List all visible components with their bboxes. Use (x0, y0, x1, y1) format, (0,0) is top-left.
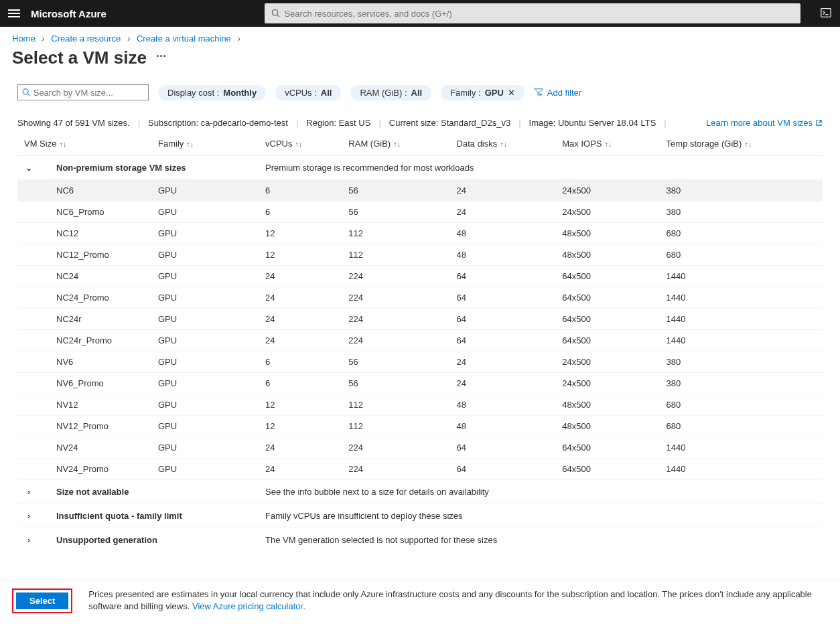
col-family[interactable]: Family↑↓ (151, 135, 259, 156)
subscription-label: Subscription: ca-pdecarlo-demo-test (148, 118, 288, 128)
chevron-right-icon[interactable]: › (24, 487, 33, 497)
table-row[interactable]: NC6GPU6562424x500380 (17, 180, 823, 202)
cell-ram: 224 (342, 287, 449, 309)
cell-family: GPU (151, 351, 259, 373)
sort-icon: ↑↓ (393, 140, 401, 148)
table-row[interactable]: NV6_PromoGPU6562424x500380 (17, 373, 823, 394)
cell-vcpus: 6 (259, 180, 342, 202)
table-row[interactable]: NC24_PromoGPU242246464x5001440 (17, 287, 823, 309)
cell-iops: 24x500 (555, 180, 659, 202)
col-max-iops[interactable]: Max IOPS↑↓ (555, 135, 659, 156)
learn-more-link[interactable]: Learn more about VM sizes (706, 118, 823, 128)
cell-vcpus: 24 (259, 330, 342, 351)
breadcrumb-create-vm[interactable]: Create a virtual machine (137, 33, 231, 44)
chevron-right-icon: › (127, 33, 130, 44)
cell-vcpus: 24 (259, 309, 342, 330)
cell-iops: 48x500 (555, 223, 659, 244)
select-button[interactable]: Select (16, 593, 68, 609)
global-search-input[interactable] (284, 9, 793, 19)
table-row[interactable]: NC24rGPU242246464x5001440 (17, 309, 823, 330)
cell-iops: 64x500 (555, 459, 659, 480)
cell-temp: 680 (660, 394, 823, 416)
external-link-icon (815, 119, 823, 127)
cell-family: GPU (151, 394, 259, 416)
group-non-premium[interactable]: ⌄Non-premium storage VM sizes Premium st… (17, 156, 823, 180)
group-desc: Family vCPUs are insufficient to deploy … (259, 504, 823, 528)
cell-iops: 64x500 (555, 309, 659, 330)
pricing-calculator-link[interactable]: View Azure pricing calculator. (192, 601, 305, 611)
global-search[interactable] (265, 3, 800, 23)
col-data-disks[interactable]: Data disks↑↓ (450, 135, 556, 156)
group-collapsed[interactable]: ›Size not availableSee the info bubble n… (17, 480, 823, 504)
chevron-right-icon[interactable]: › (24, 511, 33, 521)
group-collapsed[interactable]: ›Insufficient quota - family limitFamily… (17, 504, 823, 528)
cloud-shell-icon[interactable] (820, 7, 832, 21)
cell-iops: 24x500 (555, 373, 659, 394)
cell-temp: 680 (660, 416, 823, 437)
col-vcpus[interactable]: vCPUs↑↓ (259, 135, 342, 156)
add-filter-button[interactable]: Add filter (534, 88, 581, 98)
breadcrumb-home[interactable]: Home (12, 33, 36, 44)
cell-disks: 64 (450, 266, 556, 287)
col-temp-storage[interactable]: Temp storage (GiB)↑↓ (660, 135, 823, 156)
cell-temp: 380 (660, 202, 823, 223)
col-ram[interactable]: RAM (GiB)↑↓ (342, 135, 449, 156)
cell-temp: 1440 (660, 330, 823, 351)
table-row[interactable]: NC12_PromoGPU121124848x500680 (17, 244, 823, 266)
chevron-right-icon: › (237, 33, 240, 44)
sort-icon: ↑↓ (744, 140, 752, 148)
table-row[interactable]: NV6GPU6562424x500380 (17, 351, 823, 373)
cell-temp: 1440 (660, 266, 823, 287)
svg-line-1 (277, 15, 279, 17)
cell-temp: 680 (660, 223, 823, 244)
remove-filter-icon[interactable]: ✕ (508, 88, 515, 98)
cell-vcpus: 24 (259, 437, 342, 459)
group-collapsed[interactable]: ›Unsupported generationThe VM generation… (17, 528, 823, 552)
svg-point-4 (23, 89, 28, 94)
cell-ram: 56 (342, 351, 449, 373)
brand-label: Microsoft Azure (31, 8, 107, 19)
filter-display-cost[interactable]: Display cost : Monthly (158, 85, 266, 100)
cell-iops: 24x500 (555, 202, 659, 223)
breadcrumb-create-resource[interactable]: Create a resource (51, 33, 121, 44)
table-row[interactable]: NC24r_PromoGPU242246464x5001440 (17, 330, 823, 351)
chevron-down-icon[interactable]: ⌄ (24, 163, 33, 173)
cell-temp: 1440 (660, 309, 823, 330)
cell-ram: 112 (342, 223, 449, 244)
cell-temp: 680 (660, 244, 823, 266)
footer: Select Prices presented are estimates in… (0, 580, 840, 621)
cell-temp: 380 (660, 373, 823, 394)
col-vm-size[interactable]: VM Size↑↓ (17, 135, 151, 156)
more-actions-icon[interactable]: ··· (156, 50, 166, 64)
cell-family: GPU (151, 287, 259, 309)
cell-vcpus: 12 (259, 223, 342, 244)
table-row[interactable]: NC6_PromoGPU6562424x500380 (17, 202, 823, 223)
table-row[interactable]: NV24GPU242246464x5001440 (17, 437, 823, 459)
cell-disks: 24 (450, 351, 556, 373)
cell-family: GPU (151, 416, 259, 437)
filter-family[interactable]: Family : GPU ✕ (441, 85, 524, 100)
filter-vcpus[interactable]: vCPUs : All (275, 85, 341, 100)
table-row[interactable]: NV24_PromoGPU242246464x5001440 (17, 459, 823, 480)
table-row[interactable]: NC24GPU242246464x5001440 (17, 266, 823, 287)
cell-ram: 224 (342, 266, 449, 287)
cell-size: NC6_Promo (17, 202, 151, 223)
cell-ram: 112 (342, 244, 449, 266)
filter-ram[interactable]: RAM (GiB) : All (350, 85, 431, 100)
cell-size: NC12_Promo (17, 244, 151, 266)
cell-size: NV24 (17, 437, 151, 459)
menu-icon[interactable] (8, 9, 20, 17)
cell-family: GPU (151, 244, 259, 266)
vm-size-search-input[interactable] (33, 88, 144, 98)
table-row[interactable]: NC12GPU121124848x500680 (17, 223, 823, 244)
cell-disks: 64 (450, 437, 556, 459)
cell-ram: 224 (342, 459, 449, 480)
table-row[interactable]: NV12_PromoGPU121124848x500680 (17, 416, 823, 437)
chevron-right-icon[interactable]: › (24, 536, 33, 545)
svg-rect-2 (821, 8, 831, 17)
vm-size-search[interactable] (17, 84, 149, 100)
group-name: Insufficient quota - family limit (38, 511, 182, 521)
group-name: Unsupported generation (38, 535, 157, 545)
cell-family: GPU (151, 223, 259, 244)
table-row[interactable]: NV12GPU121124848x500680 (17, 394, 823, 416)
